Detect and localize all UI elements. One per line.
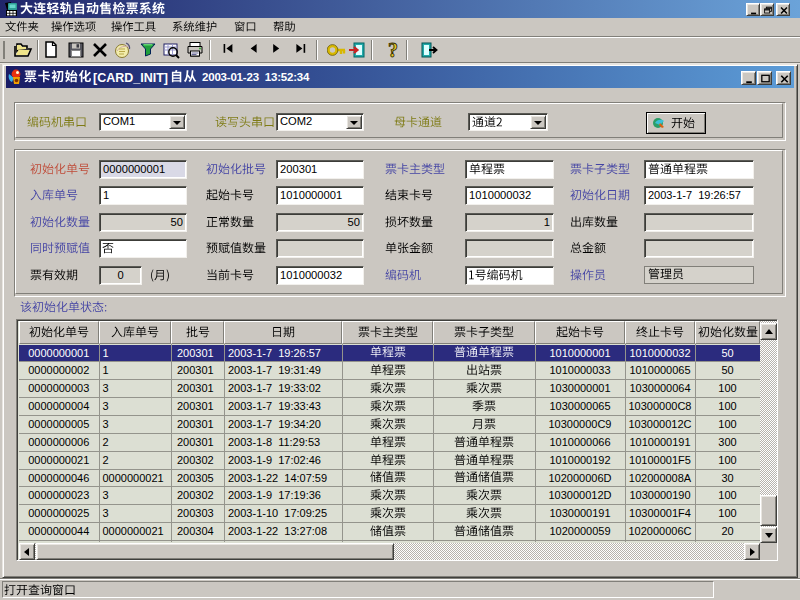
- svg-text:?: ?: [388, 40, 398, 60]
